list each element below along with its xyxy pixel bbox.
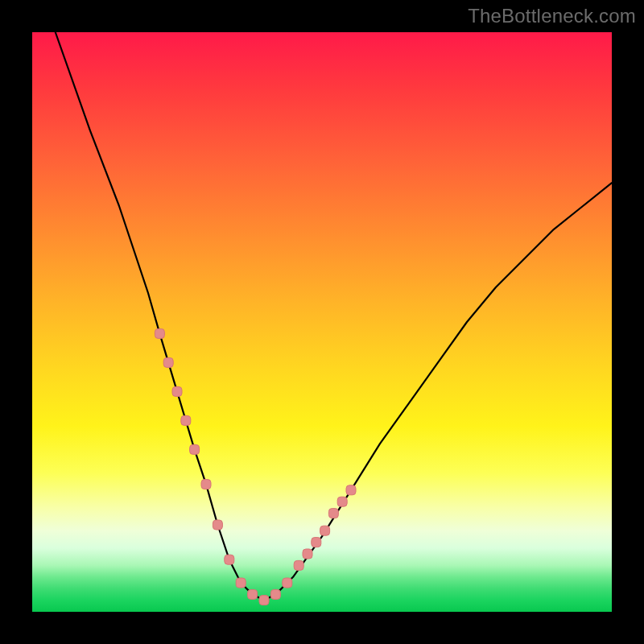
marker-dot [303,549,312,559]
marker-dot [248,589,258,599]
marker-dot [236,578,246,588]
plot-area [32,32,612,612]
marker-dot [190,444,200,454]
marker-dot [320,526,330,535]
marker-dot [259,596,269,605]
marker-dot [346,485,356,495]
marker-dot [181,415,191,425]
marker-dot [172,386,182,396]
chart-frame: TheBottleneck.com [0,0,644,644]
marker-dot [225,555,234,564]
watermark-text: TheBottleneck.com [468,5,636,27]
marker-dot [155,328,164,338]
marker-dot [328,509,338,518]
marker-dot [270,589,280,599]
marker-dot [312,538,321,547]
marker-dot [213,520,222,530]
marker-dot [294,560,303,570]
marker-dot [337,497,347,506]
marker-dot [163,357,173,367]
marker-group [155,328,356,605]
marker-dot [283,578,292,588]
chart-svg [32,32,612,612]
marker-dot [201,480,211,489]
